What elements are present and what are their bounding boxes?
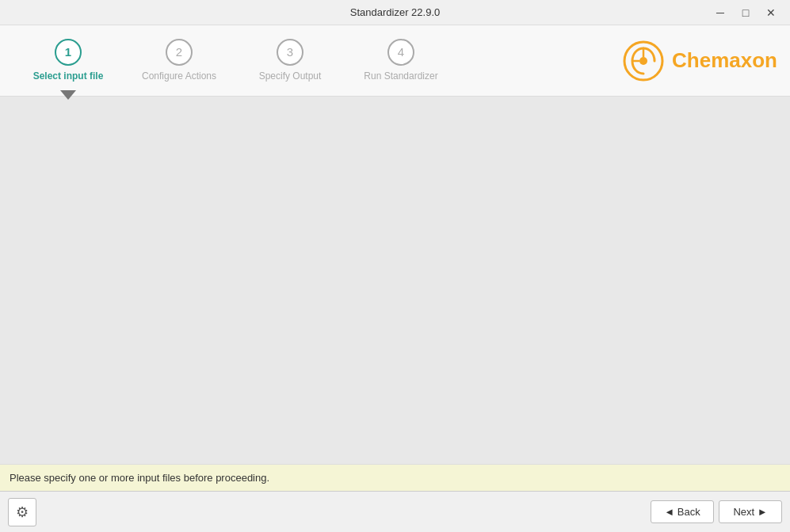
- step-4-label: Run Standardizer: [364, 70, 437, 83]
- window-controls: ─ □ ✕: [708, 0, 784, 25]
- step-2-label: Configure Actions: [142, 70, 216, 83]
- gear-icon: ⚙: [16, 504, 29, 521]
- status-message: Please specify one or more input files b…: [10, 472, 269, 484]
- step-4: 4Run Standardizer: [345, 39, 456, 83]
- step-3: 3Specify Output: [235, 39, 345, 83]
- next-button[interactable]: Next ►: [719, 500, 782, 523]
- logo-area: Chemaxon: [623, 40, 777, 82]
- step-4-circle: 4: [387, 39, 414, 66]
- window-title: Standardizer 22.9.0: [82, 6, 708, 18]
- back-button[interactable]: ◄ Back: [651, 500, 714, 523]
- settings-button[interactable]: ⚙: [8, 498, 36, 526]
- close-button[interactable]: ✕: [758, 0, 784, 25]
- statusbar: Please specify one or more input files b…: [0, 464, 790, 491]
- stepper: 1Select input file2Configure Actions3Spe…: [13, 39, 623, 83]
- toolbar-right: ◄ Back Next ►: [651, 500, 782, 523]
- step-1-circle: 1: [55, 39, 82, 66]
- chemaxon-logo: Chemaxon: [623, 40, 777, 82]
- step-1: 1Select input file: [13, 39, 124, 83]
- bottom-toolbar: ⚙ ◄ Back Next ►: [0, 491, 790, 532]
- step-2-circle: 2: [166, 39, 193, 66]
- titlebar: Standardizer 22.9.0 ─ □ ✕: [0, 0, 790, 25]
- toolbar-left: ⚙: [8, 498, 36, 526]
- step-3-circle: 3: [277, 39, 303, 66]
- logo-text: Chemaxon: [672, 48, 777, 73]
- step-1-arrow: [60, 90, 76, 100]
- maximize-button[interactable]: □: [733, 0, 758, 25]
- header: 1Select input file2Configure Actions3Spe…: [0, 25, 790, 97]
- step-1-label: Select input file: [33, 70, 104, 83]
- step-3-label: Specify Output: [259, 70, 322, 83]
- svg-point-1: [639, 57, 647, 65]
- main-content: [0, 97, 790, 464]
- chemaxon-logo-icon: [623, 40, 664, 82]
- minimize-button[interactable]: ─: [708, 0, 733, 25]
- step-2: 2Configure Actions: [124, 39, 235, 83]
